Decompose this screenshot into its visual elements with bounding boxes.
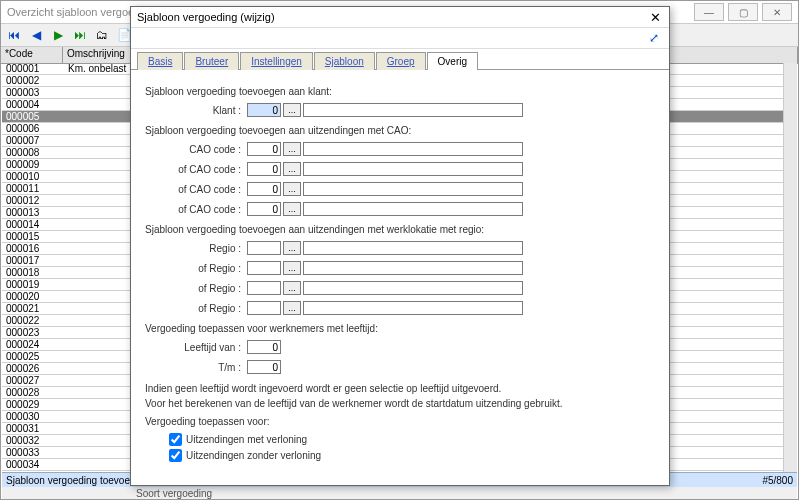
cell-code: 000031 [2, 423, 64, 434]
display-cao3 [303, 182, 523, 196]
input-leeftijd-tm[interactable] [247, 360, 281, 374]
note-2: Voor het berekenen van de leeftijd van d… [145, 397, 655, 410]
lookup-reg2[interactable]: ... [283, 261, 301, 275]
dialog-window: Sjabloon vergoeding (wijzig) ✕ ⤢ BasisBr… [130, 6, 670, 486]
display-reg1 [303, 241, 523, 255]
nav-last-icon[interactable]: ⏭ [71, 26, 89, 44]
tab-sjabloon[interactable]: Sjabloon [314, 52, 375, 70]
cell-code: 000019 [2, 279, 64, 290]
label-reg4: of Regio : [145, 303, 247, 314]
label-reg3: of Regio : [145, 283, 247, 294]
label-chk2: Uitzendingen zonder verloning [186, 450, 321, 461]
label-cao3: of CAO code : [145, 184, 247, 195]
status-right: #5/800 [762, 475, 793, 486]
lookup-cao4[interactable]: ... [283, 202, 301, 216]
input-leeftijd-van[interactable] [247, 340, 281, 354]
lookup-cao2[interactable]: ... [283, 162, 301, 176]
lookup-reg3[interactable]: ... [283, 281, 301, 295]
display-reg3 [303, 281, 523, 295]
section-klant: Sjabloon vergoeding toevoegen aan klant: [145, 86, 655, 97]
cell-code: 000011 [2, 183, 64, 194]
lookup-cao3[interactable]: ... [283, 182, 301, 196]
status2-text: Soort vergoeding [136, 488, 212, 499]
tab-basis[interactable]: Basis [137, 52, 183, 70]
tab-bruteer[interactable]: Bruteer [184, 52, 239, 70]
label-chk1: Uitzendingen met verloning [186, 434, 307, 445]
display-reg2 [303, 261, 523, 275]
tab-groep[interactable]: Groep [376, 52, 426, 70]
dialog-close-icon[interactable]: ✕ [647, 9, 663, 25]
cell-code: 000028 [2, 387, 64, 398]
cell-code: 000034 [2, 459, 64, 470]
cell-code: 000025 [2, 351, 64, 362]
cell-code: 000023 [2, 327, 64, 338]
cell-code: 000015 [2, 231, 64, 242]
vertical-scrollbar[interactable] [783, 63, 797, 473]
cell-code: 000024 [2, 339, 64, 350]
cell-code: 000004 [2, 99, 64, 110]
display-klant [303, 103, 523, 117]
tab-overig[interactable]: Overig [427, 52, 478, 70]
input-klant[interactable] [247, 103, 281, 117]
input-reg4[interactable] [247, 301, 281, 315]
restore-icon[interactable]: ⤢ [645, 29, 663, 47]
dialog-title: Sjabloon vergoeding (wijzig) [137, 11, 275, 23]
dialog-titlebar: Sjabloon vergoeding (wijzig) ✕ [131, 7, 669, 28]
cell-code: 000002 [2, 75, 64, 86]
display-cao1 [303, 142, 523, 156]
cell-code: 000005 [2, 111, 64, 122]
lookup-reg4[interactable]: ... [283, 301, 301, 315]
label-reg1: Regio : [145, 243, 247, 254]
cell-code: 000010 [2, 171, 64, 182]
label-cao1: CAO code : [145, 144, 247, 155]
input-reg3[interactable] [247, 281, 281, 295]
cell-code: 000018 [2, 267, 64, 278]
checkbox-met-verloning[interactable] [169, 433, 182, 446]
label-lvan: Leeftijd van : [145, 342, 247, 353]
dialog-tabs: BasisBruteerInstellingenSjabloonGroepOve… [131, 49, 669, 70]
tab-instellingen[interactable]: Instellingen [240, 52, 313, 70]
cell-code: 000030 [2, 411, 64, 422]
maximize-button[interactable]: ▢ [728, 3, 758, 21]
label-cao4: of CAO code : [145, 204, 247, 215]
lookup-reg1[interactable]: ... [283, 241, 301, 255]
checkbox-zonder-verloning[interactable] [169, 449, 182, 462]
input-reg1[interactable] [247, 241, 281, 255]
input-reg2[interactable] [247, 261, 281, 275]
cell-code: 000001 [2, 63, 64, 74]
label-cao2: of CAO code : [145, 164, 247, 175]
cell-code: 000033 [2, 447, 64, 458]
input-cao3[interactable] [247, 182, 281, 196]
display-cao4 [303, 202, 523, 216]
input-cao1[interactable] [247, 142, 281, 156]
lookup-cao1[interactable]: ... [283, 142, 301, 156]
cell-code: 000022 [2, 315, 64, 326]
cell-code: 000021 [2, 303, 64, 314]
input-cao2[interactable] [247, 162, 281, 176]
nav-prev-icon[interactable]: ◀ [27, 26, 45, 44]
section-cao: Sjabloon vergoeding toevoegen aan uitzen… [145, 125, 655, 136]
cell-code: 000020 [2, 291, 64, 302]
nav-next-icon[interactable]: ▶ [49, 26, 67, 44]
cell-code: 000026 [2, 363, 64, 374]
status-bar-2: Soort vergoeding [2, 487, 797, 499]
col-header-code[interactable]: *Code [1, 47, 63, 63]
cell-code: 000027 [2, 375, 64, 386]
cell-code: 000007 [2, 135, 64, 146]
cell-code: 000017 [2, 255, 64, 266]
cell-code: 000012 [2, 195, 64, 206]
display-reg4 [303, 301, 523, 315]
cell-code: 000008 [2, 147, 64, 158]
nav-first-icon[interactable]: ⏮ [5, 26, 23, 44]
cell-code: 000014 [2, 219, 64, 230]
minimize-button[interactable]: — [694, 3, 724, 21]
lookup-klant[interactable]: ... [283, 103, 301, 117]
cell-code: 000003 [2, 87, 64, 98]
dialog-toolbar: ⤢ [131, 28, 669, 49]
display-cao2 [303, 162, 523, 176]
close-button[interactable]: ✕ [762, 3, 792, 21]
input-cao4[interactable] [247, 202, 281, 216]
label-reg2: of Regio : [145, 263, 247, 274]
card-view-icon[interactable]: 🗂 [93, 26, 111, 44]
cell-code: 000032 [2, 435, 64, 446]
